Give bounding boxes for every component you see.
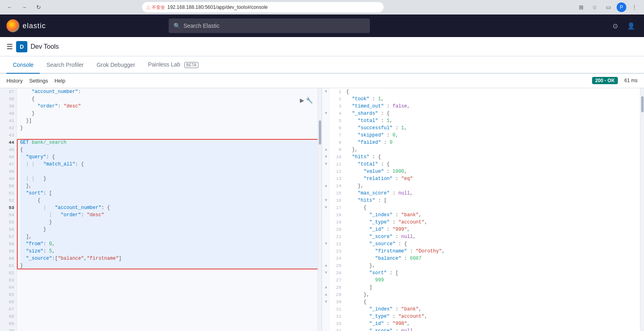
editor-scrollbar[interactable]: [318, 88, 322, 331]
out-line-16: "hits" : [: [346, 197, 640, 204]
out-line-28: ]: [346, 284, 640, 291]
tab-painless-lab[interactable]: Painless Lab BETA: [142, 56, 205, 74]
wrench-button[interactable]: 🔧: [306, 97, 313, 103]
line-num-43: 43: [0, 132, 17, 139]
out-line-8: "failed" : 0: [346, 139, 640, 146]
help-icon[interactable]: ⊙: [609, 19, 621, 32]
out-line-17: {: [346, 204, 640, 211]
editor-scrollbar-thumb: [319, 120, 321, 145]
fold-24: [322, 255, 330, 262]
editor-code-area[interactable]: "account_number": { "order": "desc" } }]…: [17, 88, 322, 331]
out-line-20: "_id" : "999",: [346, 226, 640, 233]
app-header: elastic 🔍 Search Elastic ⊙ 👤: [0, 14, 644, 37]
fold-27: [322, 277, 330, 284]
fold-18: [322, 211, 330, 219]
out-line-22: "_source" : {: [346, 240, 640, 248]
tab-grok-debugger[interactable]: Grok Debugger: [90, 57, 142, 74]
settings-button[interactable]: Settings: [29, 78, 48, 84]
bookmark-icon[interactable]: ☆: [589, 2, 601, 13]
line-num-37: 37: [0, 88, 17, 95]
code-line-52: {: [20, 197, 322, 204]
app-nav: ☰ D Dev Tools: [0, 37, 644, 56]
back-button[interactable]: ←: [4, 2, 15, 13]
line-num-46: 46: [0, 153, 17, 161]
hamburger-button[interactable]: ☰: [6, 42, 13, 51]
out-line-33: "_id" : "998",: [346, 320, 640, 327]
fold-4[interactable]: ▼: [322, 110, 330, 117]
run-button[interactable]: ▶: [300, 97, 304, 103]
refresh-button[interactable]: ↻: [33, 2, 44, 13]
line-num-69: 69: [0, 320, 17, 327]
line-num-57: 57: [0, 233, 17, 240]
profile-icon[interactable]: P: [617, 2, 626, 12]
output-scrollbar[interactable]: [640, 88, 644, 331]
app-icon-badge: D: [16, 41, 27, 52]
out-line-29: },: [346, 291, 640, 298]
help-button[interactable]: Help: [54, 78, 65, 84]
action-icons: ▶ 🔧: [300, 97, 313, 103]
code-line-58: "from": 0,: [20, 240, 322, 248]
line-num-68: 68: [0, 313, 17, 320]
line-num-47: 47: [0, 161, 17, 168]
code-line-40: }: [20, 110, 322, 117]
out-line-25: },: [346, 262, 640, 269]
editor-pane[interactable]: 37 38 39 40 41 42 43 44 45 46 47 48 49 5…: [0, 88, 322, 331]
out-line-6: "successful" : 1,: [346, 124, 640, 132]
elastic-logo[interactable]: elastic: [6, 19, 46, 32]
address-bar[interactable]: △ 不安全 192.168.188.180:5601/app/dev_tools…: [142, 2, 384, 12]
out-line-30: {: [346, 298, 640, 306]
fold-26[interactable]: ▼: [322, 269, 330, 277]
fold-21: [322, 233, 330, 240]
code-line-63: [20, 277, 322, 284]
fold-10[interactable]: ▼: [322, 153, 330, 161]
fold-14[interactable]: ▲: [322, 182, 330, 190]
url-text: 192.168.188.180:5601/app/dev_tools#/cons…: [167, 4, 268, 10]
time-badge: 61 ms: [624, 78, 638, 83]
fold-25[interactable]: ▲: [322, 262, 330, 269]
tab-console[interactable]: Console: [6, 57, 40, 74]
line-num-62: 62: [0, 269, 17, 277]
code-line-49: | | }: [20, 175, 322, 182]
fold-11[interactable]: ▼: [322, 161, 330, 168]
fold-9[interactable]: ▲: [322, 146, 330, 153]
code-line-50: },: [20, 182, 322, 190]
fold-1[interactable]: ▼: [322, 88, 330, 95]
browser-bar: ← → ↻ △ 不安全 192.168.188.180:5601/app/dev…: [0, 0, 644, 14]
line-num-56: 56: [0, 226, 17, 233]
fold-22[interactable]: ▼: [322, 240, 330, 248]
translate-icon[interactable]: ⊞: [576, 2, 587, 13]
code-line-37: "account_number":: [20, 88, 322, 95]
out-line-21: "_score" : null,: [346, 233, 640, 240]
out-line-14: },: [346, 182, 640, 190]
code-line-70: [20, 327, 322, 331]
line-num-52: 52: [0, 197, 17, 204]
out-line-26: "sort" : [: [346, 269, 640, 277]
code-line-46: "query": {: [20, 153, 322, 161]
menu-icon[interactable]: ⋮: [629, 2, 640, 13]
out-line-18: "_index" : "bank",: [346, 211, 640, 219]
code-line-65: [20, 291, 322, 298]
line-num-63: 63: [0, 277, 17, 284]
out-line-27: 999: [346, 277, 640, 284]
fold-16[interactable]: ▼: [322, 197, 330, 204]
out-line-1: {: [346, 88, 640, 95]
code-line-62: [20, 269, 322, 277]
fold-30[interactable]: ▼: [322, 298, 330, 306]
global-search-bar[interactable]: 🔍 Search Elastic: [169, 19, 370, 33]
history-button[interactable]: History: [6, 78, 23, 84]
tab-search-profiler[interactable]: Search Profiler: [40, 57, 90, 74]
fold-17[interactable]: ▼: [322, 204, 330, 211]
line-num-51: 51: [0, 190, 17, 197]
line-num-70: 70: [0, 327, 17, 331]
toolbar: History Settings Help 200 - OK 61 ms: [0, 74, 644, 88]
fold-28[interactable]: ▲: [322, 284, 330, 291]
line-num-58: 58: [0, 240, 17, 248]
forward-button[interactable]: →: [19, 2, 30, 13]
line-num-39: 39: [0, 103, 17, 110]
header-right-actions: ⊙ 👤: [609, 19, 638, 32]
fold-13: [322, 175, 330, 182]
security-warning: △ 不安全: [146, 4, 165, 10]
cast-icon[interactable]: ▭: [603, 2, 614, 13]
user-icon[interactable]: 👤: [625, 19, 638, 32]
fold-29[interactable]: ▲: [322, 291, 330, 298]
